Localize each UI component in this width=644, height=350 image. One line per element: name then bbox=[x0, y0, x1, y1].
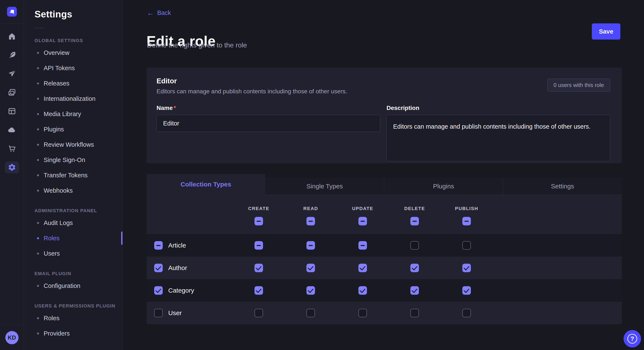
category-delete-checkbox[interactable] bbox=[410, 286, 419, 295]
home-icon[interactable] bbox=[0, 27, 24, 46]
user-publish-checkbox[interactable] bbox=[462, 309, 471, 317]
role-name-heading: Editor bbox=[156, 77, 347, 85]
select-all-create-checkbox[interactable] bbox=[254, 217, 263, 225]
bullet-icon bbox=[37, 237, 39, 239]
sidebar-sections: GLOBAL SETTINGSOverviewAPI TokensRelease… bbox=[34, 38, 122, 341]
sidebar-item-label: Media Library bbox=[44, 111, 81, 118]
feather-icon[interactable] bbox=[0, 46, 24, 64]
article-publish-checkbox[interactable] bbox=[462, 241, 471, 250]
article-create-checkbox[interactable] bbox=[254, 241, 263, 250]
user-update-checkbox[interactable] bbox=[358, 309, 367, 317]
category-create-checkbox[interactable] bbox=[254, 286, 263, 295]
bullet-icon bbox=[37, 333, 39, 335]
select-row-user-checkbox[interactable] bbox=[154, 309, 163, 317]
user-read-checkbox[interactable] bbox=[306, 309, 315, 317]
bullet-icon bbox=[37, 285, 39, 287]
bullet-icon bbox=[37, 159, 39, 161]
users-count-badge[interactable]: 0 users with this role bbox=[547, 79, 610, 92]
media-icon[interactable] bbox=[0, 83, 24, 102]
name-field[interactable] bbox=[156, 115, 380, 132]
select-row-category-checkbox[interactable] bbox=[154, 286, 163, 295]
sidebar-item-label: Overview bbox=[44, 49, 70, 56]
sidebar-item-overview[interactable]: Overview bbox=[34, 45, 122, 60]
permissions-header-row: CREATEREADUPDATEDELETEPUBLISH bbox=[146, 195, 622, 234]
sidebar-item-webhooks[interactable]: Webhooks bbox=[34, 183, 122, 198]
sidebar-item-transfer-tokens[interactable]: Transfer Tokens bbox=[34, 168, 122, 183]
column-label: PUBLISH bbox=[455, 206, 478, 211]
permission-cell bbox=[233, 264, 285, 272]
permission-cell bbox=[337, 309, 389, 317]
author-create-checkbox[interactable] bbox=[254, 264, 263, 272]
sidebar-item-single-sign-on[interactable]: Single Sign-On bbox=[34, 152, 122, 168]
select-row-article-checkbox[interactable] bbox=[154, 241, 163, 250]
sidebar-item-plugins[interactable]: Plugins bbox=[34, 122, 122, 137]
row-label-cell: Article bbox=[154, 241, 233, 250]
sidebar-item-roles[interactable]: Roles bbox=[34, 311, 122, 326]
select-all-update-checkbox[interactable] bbox=[358, 217, 367, 225]
sidebar-item-media-library[interactable]: Media Library bbox=[34, 106, 122, 122]
bullet-icon bbox=[37, 113, 39, 115]
content-type-label: User bbox=[168, 309, 182, 317]
settings-gear-icon[interactable] bbox=[0, 158, 24, 177]
role-details-card: Editor Editors can manage and publish co… bbox=[146, 68, 622, 163]
category-publish-checkbox[interactable] bbox=[462, 286, 471, 295]
author-publish-checkbox[interactable] bbox=[462, 264, 471, 272]
category-read-checkbox[interactable] bbox=[306, 286, 315, 295]
sidebar-item-internationalization[interactable]: Internationalization bbox=[34, 91, 122, 106]
article-read-checkbox[interactable] bbox=[306, 241, 315, 250]
role-description-text: Editors can manage and publish contents … bbox=[156, 88, 347, 95]
sidebar-item-users[interactable]: Users bbox=[34, 246, 122, 261]
select-all-read-checkbox[interactable] bbox=[306, 217, 315, 225]
article-delete-checkbox[interactable] bbox=[410, 241, 419, 250]
tab-settings[interactable]: Settings bbox=[503, 178, 622, 195]
permission-cell bbox=[440, 286, 492, 295]
sidebar-item-releases[interactable]: Releases bbox=[34, 76, 122, 91]
permission-cell bbox=[440, 309, 492, 317]
sidebar-item-review-workflows[interactable]: Review Workflows bbox=[34, 137, 122, 152]
permission-column-read: READ bbox=[285, 206, 337, 234]
strapi-logo-icon[interactable] bbox=[7, 7, 17, 16]
help-button[interactable]: ? bbox=[624, 330, 641, 348]
select-all-publish-checkbox[interactable] bbox=[462, 217, 471, 225]
sidebar-item-api-tokens[interactable]: API Tokens bbox=[34, 60, 122, 76]
bullet-icon bbox=[37, 128, 39, 130]
avatar[interactable]: KD bbox=[5, 331, 18, 344]
author-update-checkbox[interactable] bbox=[358, 264, 367, 272]
sidebar-item-roles[interactable]: Roles bbox=[34, 230, 122, 246]
column-label: DELETE bbox=[404, 206, 425, 211]
bullet-icon bbox=[37, 67, 39, 69]
tab-collection-types[interactable]: Collection Types bbox=[146, 174, 265, 195]
layout-icon[interactable] bbox=[0, 102, 24, 121]
author-delete-checkbox[interactable] bbox=[410, 264, 419, 272]
back-link[interactable]: ← Back bbox=[147, 9, 171, 16]
content-type-label: Category bbox=[168, 287, 194, 294]
required-asterisk: * bbox=[174, 105, 176, 111]
sidebar-item-label: Users bbox=[44, 250, 60, 257]
tab-plugins[interactable]: Plugins bbox=[384, 178, 503, 195]
select-row-author-checkbox[interactable] bbox=[154, 264, 163, 272]
permission-cell bbox=[440, 241, 492, 250]
bullet-icon bbox=[37, 253, 39, 255]
user-create-checkbox[interactable] bbox=[254, 309, 263, 317]
permission-cell bbox=[233, 241, 285, 250]
cloud-icon[interactable] bbox=[0, 121, 24, 139]
save-button[interactable]: Save bbox=[592, 23, 620, 39]
logo-area bbox=[0, 0, 24, 24]
paper-plane-icon[interactable] bbox=[0, 64, 24, 83]
bullet-icon bbox=[37, 190, 39, 191]
category-update-checkbox[interactable] bbox=[358, 286, 367, 295]
permission-cell bbox=[337, 241, 389, 250]
article-update-checkbox[interactable] bbox=[358, 241, 367, 250]
select-all-delete-checkbox[interactable] bbox=[410, 217, 419, 225]
permission-cell bbox=[389, 309, 440, 317]
cart-icon[interactable] bbox=[0, 139, 24, 158]
permission-column-delete: DELETE bbox=[389, 206, 440, 234]
tab-single-types[interactable]: Single Types bbox=[265, 178, 384, 195]
author-read-checkbox[interactable] bbox=[306, 264, 315, 272]
sidebar-item-providers[interactable]: Providers bbox=[34, 326, 122, 341]
name-field-label: Name* bbox=[156, 105, 176, 111]
user-delete-checkbox[interactable] bbox=[410, 309, 419, 317]
sidebar-item-audit-logs[interactable]: Audit Logs bbox=[34, 215, 122, 230]
sidebar-item-configuration[interactable]: Configuration bbox=[34, 278, 122, 293]
description-field[interactable]: Editors can manage and publish contents … bbox=[386, 115, 610, 161]
